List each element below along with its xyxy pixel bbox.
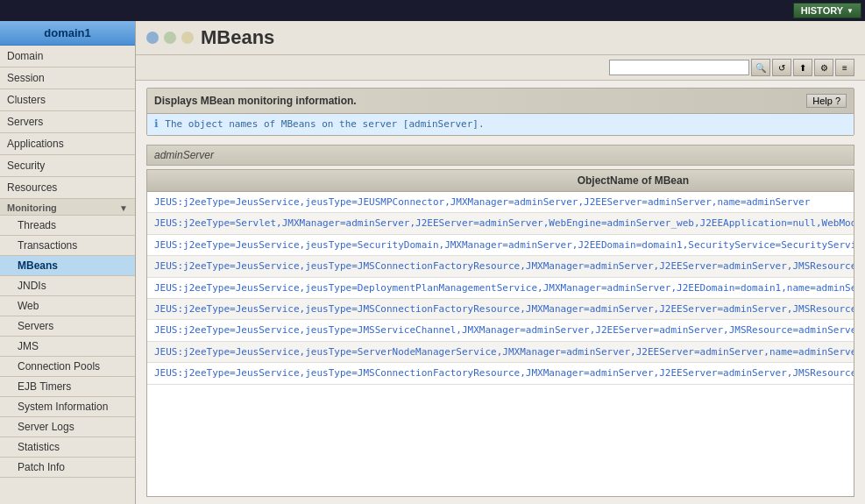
column-objectname: ObjectName of MBean — [147, 170, 854, 192]
mbean-link[interactable]: JEUS:j2eeType=JeusService,jeusType=JEUSM… — [154, 196, 810, 208]
search-input[interactable] — [609, 60, 749, 75]
sidebar: domain1 Domain Session Clusters Servers … — [0, 21, 136, 504]
header-decorations — [146, 32, 194, 44]
sidebar-item-web[interactable]: Web — [0, 296, 135, 316]
config-button[interactable]: ⚙ — [814, 59, 833, 76]
info-box-header: Displays MBean monitoring information. H… — [147, 89, 854, 113]
content-area: MBeans 🔍 ↺ ⬆ ⚙ ≡ Displays MBean monitori… — [136, 21, 865, 504]
mbean-link[interactable]: JEUS:j2eeType=JeusService,jeusType=JMSCo… — [154, 367, 854, 379]
sidebar-item-system-information[interactable]: System Information — [0, 397, 135, 417]
mbeans-table-container: ObjectName of MBean JEUS:j2eeType=JeusSe… — [146, 169, 854, 497]
table-row[interactable]: JEUS:j2eeType=JeusService,jeusType=Serve… — [147, 341, 854, 362]
info-box-title: Displays MBean monitoring information. — [154, 95, 357, 107]
sidebar-item-threads[interactable]: Threads — [0, 216, 135, 236]
info-box-content: ℹ The object names of MBeans on the serv… — [147, 113, 854, 135]
dot-blue — [146, 32, 159, 44]
mbean-objectname: JEUS:j2eeType=JeusService,jeusType=Serve… — [147, 341, 854, 362]
history-button[interactable]: HISTORY ▼ — [793, 3, 861, 18]
info-box: Displays MBean monitoring information. H… — [146, 88, 854, 136]
search-button[interactable]: 🔍 — [751, 59, 770, 76]
sidebar-item-patch-info[interactable]: Patch Info — [0, 458, 135, 478]
mbean-objectname: JEUS:j2eeType=JeusService,jeusType=JMSSe… — [147, 320, 854, 341]
mbean-link[interactable]: JEUS:j2eeType=JeusService,jeusType=JMSCo… — [154, 260, 854, 272]
info-icon: ℹ — [154, 117, 159, 130]
info-message: The object names of MBeans on the server… — [165, 118, 484, 130]
mbean-link[interactable]: JEUS:j2eeType=Servlet,JMXManager=adminSe… — [154, 217, 854, 229]
sidebar-item-servers[interactable]: Servers — [0, 111, 135, 133]
top-bar: HISTORY ▼ — [0, 0, 865, 21]
more-button[interactable]: ≡ — [835, 59, 854, 76]
sidebar-item-mbeans[interactable]: MBeans — [0, 256, 135, 276]
sidebar-item-clusters[interactable]: Clusters — [0, 89, 135, 111]
sidebar-item-resources[interactable]: Resources — [0, 177, 135, 199]
sidebar-item-jms[interactable]: JMS — [0, 337, 135, 357]
sidebar-item-jndis[interactable]: JNDIs — [0, 276, 135, 296]
mbean-link[interactable]: JEUS:j2eeType=JeusService,jeusType=JMSCo… — [154, 303, 854, 315]
mbean-objectname: JEUS:j2eeType=JeusService,jeusType=Deplo… — [147, 277, 854, 298]
sidebar-section-monitoring[interactable]: Monitoring ▼ — [0, 199, 135, 216]
help-label: Help — [812, 96, 833, 106]
mbean-objectname: JEUS:j2eeType=Servlet,JMXManager=adminSe… — [147, 213, 854, 234]
mbean-objectname: JEUS:j2eeType=JeusService,jeusType=JMSCo… — [147, 363, 854, 384]
sidebar-item-transactions[interactable]: Transactions — [0, 236, 135, 256]
sidebar-item-ejb-timers[interactable]: EJB Timers — [0, 377, 135, 397]
table-row[interactable]: JEUS:j2eeType=JeusService,jeusType=JMSCo… — [147, 256, 854, 277]
mbean-link[interactable]: JEUS:j2eeType=JeusService,jeusType=JMSSe… — [154, 324, 854, 336]
toolbar: 🔍 ↺ ⬆ ⚙ ≡ — [136, 55, 865, 81]
table-row[interactable]: JEUS:j2eeType=JeusService,jeusType=Secur… — [147, 234, 854, 255]
sidebar-item-security[interactable]: Security — [0, 155, 135, 177]
table-row[interactable]: JEUS:j2eeType=JeusService,jeusType=JMSCo… — [147, 298, 854, 319]
sidebar-item-servers2[interactable]: Servers — [0, 316, 135, 337]
mbean-objectname: JEUS:j2eeType=JeusService,jeusType=JEUSM… — [147, 192, 854, 213]
mbean-objectname: JEUS:j2eeType=JeusService,jeusType=JMSCo… — [147, 298, 854, 319]
sidebar-item-server-logs[interactable]: Server Logs — [0, 417, 135, 437]
table-row[interactable]: JEUS:j2eeType=Servlet,JMXManager=adminSe… — [147, 213, 854, 234]
server-label: adminServer — [146, 145, 854, 166]
sidebar-item-connection-pools[interactable]: Connection Pools — [0, 357, 135, 377]
sidebar-item-session[interactable]: Session — [0, 67, 135, 89]
mbean-link[interactable]: JEUS:j2eeType=JeusService,jeusType=Deplo… — [154, 282, 854, 294]
dot-yellow — [181, 32, 194, 44]
table-row[interactable]: JEUS:j2eeType=JeusService,jeusType=JEUSM… — [147, 192, 854, 213]
mbean-objectname: JEUS:j2eeType=JeusService,jeusType=Secur… — [147, 234, 854, 255]
sidebar-title[interactable]: domain1 — [0, 21, 135, 46]
table-header-row: ObjectName of MBean — [147, 170, 854, 192]
table-row[interactable]: JEUS:j2eeType=JeusService,jeusType=JMSSe… — [147, 320, 854, 341]
mbean-link[interactable]: JEUS:j2eeType=JeusService,jeusType=Serve… — [154, 346, 854, 358]
mbean-objectname: JEUS:j2eeType=JeusService,jeusType=JMSCo… — [147, 256, 854, 277]
mbean-link[interactable]: JEUS:j2eeType=JeusService,jeusType=Secur… — [154, 239, 854, 251]
refresh-button[interactable]: ↺ — [772, 59, 791, 76]
help-icon: ? — [835, 96, 840, 106]
dot-green — [164, 32, 176, 44]
sidebar-item-statistics[interactable]: Statistics — [0, 437, 135, 458]
main-layout: domain1 Domain Session Clusters Servers … — [0, 21, 865, 504]
history-label: HISTORY — [801, 5, 843, 16]
page-title: MBeans — [201, 26, 274, 49]
table-row[interactable]: JEUS:j2eeType=JeusService,jeusType=JMSCo… — [147, 363, 854, 384]
table-row[interactable]: JEUS:j2eeType=JeusService,jeusType=Deplo… — [147, 277, 854, 298]
sidebar-item-applications[interactable]: Applications — [0, 133, 135, 155]
export-button[interactable]: ⬆ — [793, 59, 812, 76]
monitoring-collapse-icon: ▼ — [119, 203, 128, 213]
sidebar-item-domain[interactable]: Domain — [0, 46, 135, 67]
history-arrow-icon: ▼ — [847, 7, 854, 15]
help-button[interactable]: Help ? — [806, 94, 847, 108]
mbeans-table: ObjectName of MBean JEUS:j2eeType=JeusSe… — [147, 170, 854, 385]
page-header: MBeans — [136, 21, 865, 55]
